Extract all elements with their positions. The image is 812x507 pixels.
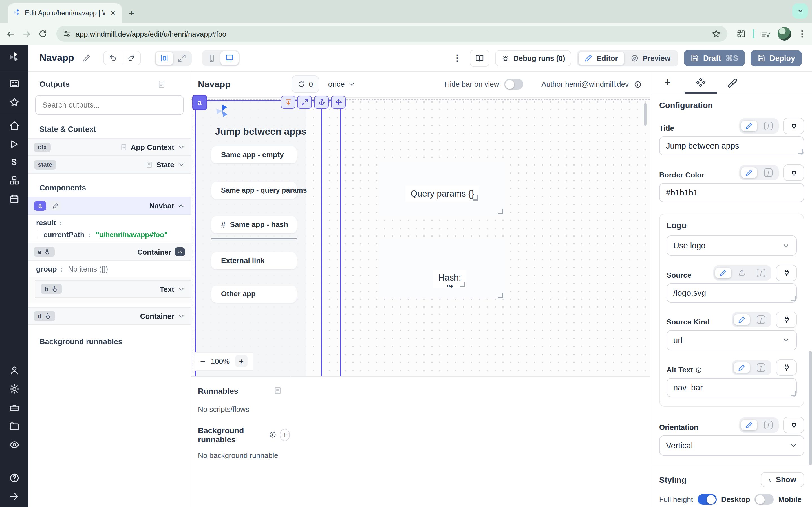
component-row-navbar[interactable]: a Navbar	[28, 196, 191, 215]
info-icon[interactable]	[269, 431, 276, 439]
tab-insert-component[interactable]: +	[658, 71, 678, 94]
chevron-down-icon[interactable]	[177, 285, 185, 293]
static-mode-pencil-icon[interactable]	[741, 167, 757, 178]
selected-component-badge[interactable]: a	[192, 95, 207, 110]
full-height-desktop-toggle[interactable]	[698, 494, 717, 505]
doc-icon[interactable]	[157, 80, 166, 88]
extensions-icon[interactable]	[737, 29, 746, 39]
zoom-out-button[interactable]: −	[200, 356, 205, 366]
home-icon[interactable]	[9, 121, 19, 131]
resize-handle[interactable]	[460, 282, 465, 287]
refresh-counter[interactable]: 0	[292, 76, 319, 93]
browser-tab[interactable]: Edit App u/henri/navapp | Win ✕	[8, 3, 122, 22]
static-mode-pencil-icon[interactable]	[733, 314, 750, 325]
styling-show-button[interactable]: ‹ Show	[760, 472, 804, 487]
connect-plug-button[interactable]	[783, 417, 804, 433]
source-kind-select[interactable]: url	[666, 330, 797, 350]
nav-link-other-app[interactable]: Other app	[211, 286, 297, 302]
nav-link-same-app-hash[interactable]: # Same app - hash	[211, 216, 297, 233]
static-mode-pencil-icon[interactable]	[741, 121, 757, 131]
nav-link-external[interactable]: External link	[211, 252, 297, 269]
connect-plug-button[interactable]	[783, 165, 804, 181]
resize-handle[interactable]	[498, 209, 503, 214]
profile-avatar[interactable]	[777, 27, 791, 41]
full-height-mobile-toggle[interactable]	[755, 494, 774, 505]
deploy-button[interactable]: Deploy	[751, 50, 802, 66]
tab-search-button[interactable]	[792, 3, 808, 18]
connect-plug-button[interactable]	[776, 312, 797, 328]
draft-button[interactable]: Draft ⌘S	[684, 50, 745, 66]
windmill-logo[interactable]	[8, 51, 20, 65]
anchor-button[interactable]	[314, 96, 329, 109]
nav-link-same-app-query-params[interactable]: Same app - query params	[211, 182, 297, 199]
search-outputs-input[interactable]	[41, 100, 177, 110]
resize-handle[interactable]	[473, 195, 478, 201]
component-row-container-e[interactable]: e Container	[28, 243, 191, 261]
query-params-container[interactable]: Query params {}	[380, 161, 504, 215]
fx-mode-icon[interactable]: ƒ	[760, 419, 777, 431]
chevron-up-icon[interactable]	[177, 202, 185, 209]
undo-button[interactable]	[104, 51, 122, 65]
chevron-down-icon[interactable]	[177, 144, 185, 151]
new-tab-button[interactable]: +	[129, 8, 134, 18]
debug-runs-button[interactable]: Debug runs (0)	[495, 50, 571, 66]
connect-plug-button[interactable]	[783, 118, 804, 134]
connect-plug-button[interactable]	[776, 359, 797, 376]
workspace-icon[interactable]	[9, 78, 19, 89]
address-bar[interactable]: app.windmill.dev/apps/edit/u/henri/navap…	[56, 26, 727, 42]
forward-button[interactable]	[22, 29, 32, 39]
reload-button[interactable]	[38, 29, 47, 38]
tab-close-icon[interactable]: ✕	[109, 9, 117, 17]
move-button[interactable]	[331, 96, 346, 109]
back-button[interactable]	[6, 29, 15, 39]
info-icon[interactable]	[695, 367, 702, 373]
currentpath-value[interactable]: "u/henri/navapp#foo"	[96, 231, 167, 239]
media-controls-icon[interactable]	[761, 29, 771, 39]
centered-layout-button[interactable]	[156, 52, 173, 64]
tab-global-styling[interactable]	[722, 71, 743, 94]
desktop-view-button[interactable]	[221, 51, 239, 65]
resize-handle[interactable]	[791, 296, 796, 301]
variables-icon[interactable]: $	[11, 157, 17, 167]
zoom-in-button[interactable]: +	[235, 355, 248, 368]
collapse-button[interactable]	[175, 247, 185, 256]
canvas-scrollbar[interactable]	[644, 103, 647, 126]
folders-icon[interactable]	[9, 421, 19, 432]
component-row-text-b[interactable]: b Text	[35, 280, 191, 298]
static-mode-pencil-icon[interactable]	[733, 362, 750, 373]
schedules-icon[interactable]	[9, 194, 19, 205]
help-icon[interactable]	[9, 473, 19, 483]
fx-mode-icon[interactable]: ƒ	[752, 362, 770, 374]
fullscreen-layout-button[interactable]	[173, 52, 191, 64]
runs-icon[interactable]	[9, 139, 19, 149]
outputs-search[interactable]	[35, 95, 184, 115]
connect-plug-button[interactable]	[776, 265, 797, 281]
audit-logs-eye-icon[interactable]	[9, 439, 19, 450]
upload-mode-icon[interactable]	[733, 268, 750, 278]
hash-text-component[interactable]: Hash: "f	[433, 270, 466, 288]
site-settings-icon[interactable]	[63, 30, 71, 38]
more-options-kebab[interactable]: ⋮	[451, 53, 464, 63]
favorites-star-icon[interactable]	[9, 97, 19, 108]
use-logo-select[interactable]: Use logo	[666, 235, 797, 256]
ctx-row[interactable]: ctx App Context	[28, 138, 191, 156]
static-mode-pencil-icon[interactable]	[741, 420, 757, 431]
source-input[interactable]	[666, 283, 797, 302]
component-row-container-d[interactable]: d Container	[28, 307, 191, 325]
tab-component-settings[interactable]	[690, 71, 711, 94]
settings-scrollbar[interactable]	[809, 351, 812, 465]
workers-icon[interactable]	[9, 402, 19, 413]
resize-handle[interactable]	[798, 149, 803, 154]
bookmark-star-icon[interactable]	[712, 29, 721, 38]
mobile-view-button[interactable]	[203, 52, 221, 64]
query-params-text-component[interactable]: Query params {}	[405, 185, 479, 202]
resources-icon[interactable]	[9, 175, 19, 186]
title-input[interactable]	[659, 136, 804, 156]
rename-pencil-icon[interactable]	[83, 54, 91, 62]
users-icon[interactable]	[9, 365, 19, 376]
browser-menu-icon[interactable]: ⋮	[798, 29, 806, 39]
alt-text-input[interactable]	[666, 378, 797, 397]
resize-handle[interactable]	[498, 293, 503, 298]
resize-handle[interactable]	[791, 391, 796, 396]
settings-gear-icon[interactable]	[9, 384, 19, 394]
